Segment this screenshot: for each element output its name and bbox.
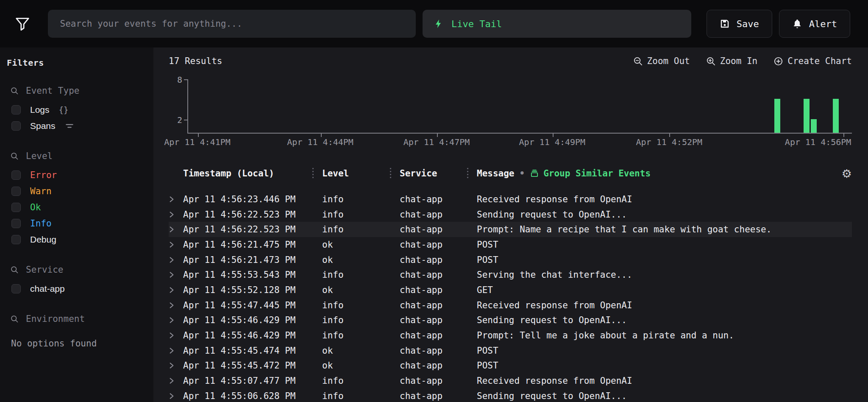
facet-option-label: Debug	[30, 234, 56, 245]
row-expand-cell	[169, 195, 183, 203]
facet-option-warn[interactable]: Warn	[7, 183, 148, 199]
table-row[interactable]: Apr 11 4:56:21.475 PMokchat-appPOST	[169, 237, 852, 252]
cell-service: chat-app	[391, 315, 468, 325]
table-row[interactable]: Apr 11 4:56:23.446 PMinfochat-appReceive…	[169, 192, 852, 207]
spans-icon-wrap	[65, 122, 74, 130]
chevron-right-icon	[169, 271, 175, 279]
facet-options-event-type: Logs{}Spans	[7, 102, 148, 134]
checkbox[interactable]	[11, 121, 21, 131]
table-row[interactable]: Apr 11 4:55:47.445 PMinfochat-appReceive…	[169, 298, 852, 313]
cell-timestamp: Apr 11 4:56:21.475 PM	[183, 240, 313, 250]
column-resize-handle[interactable]	[390, 168, 391, 179]
save-button[interactable]: Save	[707, 10, 772, 38]
filter-funnel-icon[interactable]	[12, 15, 33, 32]
bullet-separator: •	[520, 168, 525, 179]
cell-message: Sending request to OpenAI...	[468, 391, 852, 401]
facet-option-ok[interactable]: Ok	[7, 199, 148, 215]
table-row[interactable]: Apr 11 4:56:21.473 PMokchat-appPOST	[169, 252, 852, 268]
facet-option-logs[interactable]: Logs{}	[7, 102, 148, 118]
chart-plot-area[interactable]: 28	[187, 79, 852, 134]
chevron-right-icon	[169, 226, 175, 233]
x-axis-label: Apr 11 4:44PM	[287, 137, 353, 147]
zoom-out-button[interactable]: Zoom Out	[633, 56, 690, 66]
table-row[interactable]: Apr 11 4:55:46.429 PMinfochat-appSending…	[169, 313, 852, 328]
facet-option-label: Info	[30, 218, 52, 229]
facet-empty-text: No options found	[7, 338, 148, 349]
chevron-right-icon	[169, 211, 175, 218]
checkbox[interactable]	[11, 219, 21, 228]
table-row[interactable]: Apr 11 4:56:22.523 PMinfochat-appSending…	[169, 207, 852, 222]
facet-option-info[interactable]: Info	[7, 215, 148, 232]
row-expand-cell	[169, 241, 183, 248]
checkbox[interactable]	[11, 203, 21, 212]
group-similar-events-button[interactable]: Group Similar Events	[530, 168, 651, 179]
cell-level: ok	[313, 360, 391, 371]
facet-option-label: chat-app	[30, 284, 65, 294]
search-icon	[10, 315, 19, 324]
cell-level: ok	[313, 255, 391, 265]
facet-search-input-service[interactable]	[26, 265, 119, 275]
table-row[interactable]: Apr 11 4:55:45.472 PMokchat-appPOST	[169, 358, 852, 374]
cell-level: ok	[313, 285, 391, 295]
cell-level: ok	[313, 240, 391, 250]
table-row[interactable]: Apr 11 4:56:22.523 PMinfochat-appPrompt:…	[169, 222, 852, 237]
live-tail-button[interactable]: Live Tail	[423, 10, 691, 38]
main-panel: 17 Results Zoom Out Zoom In	[153, 47, 868, 402]
checkbox[interactable]	[11, 235, 21, 244]
search-input[interactable]	[48, 10, 416, 38]
table-row[interactable]: Apr 11 4:55:45.474 PMokchat-appPOST	[169, 343, 852, 358]
facet-search-input-environment[interactable]	[26, 314, 119, 324]
table-row[interactable]: Apr 11 4:55:53.543 PMinfochat-appServing…	[169, 267, 852, 282]
checkbox[interactable]	[11, 187, 21, 196]
cell-timestamp: Apr 11 4:55:46.429 PM	[183, 330, 313, 341]
facet-option-spans[interactable]: Spans	[7, 118, 148, 134]
bell-icon	[792, 19, 802, 29]
cell-timestamp: Apr 11 4:56:22.523 PM	[183, 209, 313, 220]
cell-message: GET	[468, 285, 852, 295]
cell-level: info	[313, 270, 391, 280]
chevron-right-icon	[169, 392, 175, 400]
facet-option-chat-app[interactable]: chat-app	[7, 281, 148, 297]
create-chart-button[interactable]: Create Chart	[773, 56, 852, 66]
alert-button[interactable]: Alert	[779, 10, 850, 38]
cell-message: POST	[468, 360, 852, 371]
table-row[interactable]: Apr 11 4:55:46.429 PMinfochat-appPrompt:…	[169, 328, 852, 343]
facet-option-error[interactable]: Error	[7, 167, 148, 183]
chart-bar	[774, 99, 780, 133]
facet-search-environment	[7, 312, 148, 326]
facet-groups: Logs{}SpansErrorWarnOkInfoDebugchat-appN…	[7, 84, 148, 349]
column-resize-handle[interactable]	[312, 168, 314, 179]
checkbox[interactable]	[11, 105, 21, 114]
chevron-right-icon	[169, 377, 175, 385]
row-expand-cell	[169, 226, 183, 233]
x-axis-label: Apr 11 4:52PM	[636, 137, 703, 147]
facet-search-input-level[interactable]	[26, 151, 119, 161]
zoom-out-icon	[633, 56, 643, 66]
column-resize-handle[interactable]	[467, 168, 468, 179]
stack-icon	[530, 169, 539, 178]
chevron-right-icon	[169, 332, 175, 339]
search-icon	[10, 152, 19, 161]
lightning-icon	[434, 18, 444, 30]
x-axis-label: Apr 11 4:47PM	[403, 137, 470, 147]
row-expand-cell	[169, 286, 183, 294]
checkbox[interactable]	[11, 284, 21, 293]
table-row[interactable]: Apr 11 4:55:52.128 PMokchat-appGET	[169, 282, 852, 298]
cell-message: Received response from OpenAI	[468, 376, 852, 386]
table-row[interactable]: Apr 11 4:55:07.477 PMinfochat-appReceive…	[169, 373, 852, 388]
table-settings-gear-icon[interactable]: ⚙	[842, 168, 852, 179]
row-expand-cell	[169, 392, 183, 400]
facet-option-debug[interactable]: Debug	[7, 232, 148, 248]
facet-search-input-event-type[interactable]	[26, 86, 119, 96]
zoom-in-icon	[706, 56, 716, 66]
facet-option-label: Spans	[30, 121, 56, 131]
facet-search-service	[7, 263, 148, 276]
checkbox[interactable]	[11, 170, 21, 180]
topbar: Live Tail Save Alert	[0, 0, 868, 47]
cell-message: POST	[468, 346, 852, 356]
cell-timestamp: Apr 11 4:56:23.446 PM	[183, 194, 313, 204]
table-row[interactable]: Apr 11 4:55:06.628 PMinfochat-appSending…	[169, 388, 852, 402]
row-expand-cell	[169, 271, 183, 279]
zoom-in-button[interactable]: Zoom In	[706, 56, 758, 66]
events-histogram: 28 Apr 11 4:41PMApr 11 4:44PMApr 11 4:47…	[169, 79, 852, 149]
